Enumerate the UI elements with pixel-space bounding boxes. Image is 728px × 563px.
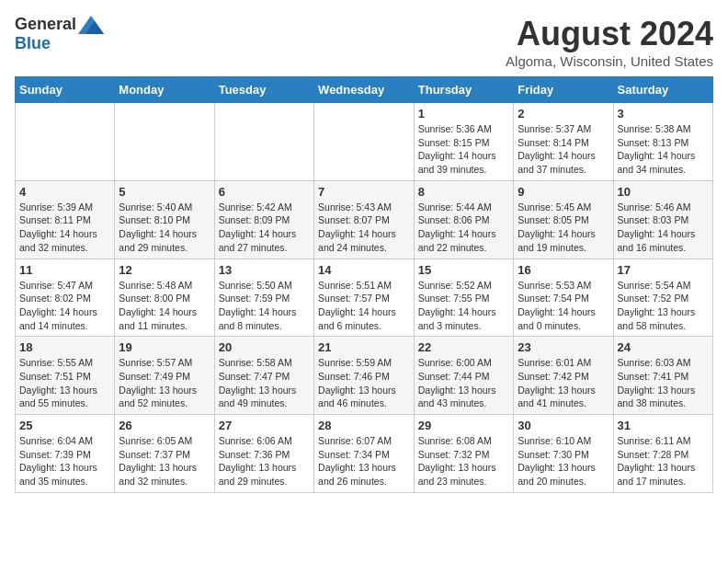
page-header: General Blue August 2024 Algoma, Wiscons… xyxy=(15,15,713,69)
day-info: Sunrise: 5:43 AM Sunset: 8:07 PM Dayligh… xyxy=(318,201,410,255)
calendar-cell: 21Sunrise: 5:59 AM Sunset: 7:46 PM Dayli… xyxy=(314,337,415,415)
day-info: Sunrise: 6:10 AM Sunset: 7:30 PM Dayligh… xyxy=(518,434,609,488)
day-number: 4 xyxy=(19,185,110,199)
day-info: Sunrise: 5:53 AM Sunset: 7:54 PM Dayligh… xyxy=(518,279,609,333)
day-info: Sunrise: 5:55 AM Sunset: 7:51 PM Dayligh… xyxy=(19,356,110,410)
day-number: 12 xyxy=(119,263,210,277)
day-info: Sunrise: 5:54 AM Sunset: 7:52 PM Dayligh… xyxy=(618,279,710,333)
calendar-cell: 23Sunrise: 6:01 AM Sunset: 7:42 PM Dayli… xyxy=(514,337,613,415)
calendar-cell: 3Sunrise: 5:38 AM Sunset: 8:13 PM Daylig… xyxy=(613,103,713,181)
calendar-header: SundayMondayTuesdayWednesdayThursdayFrid… xyxy=(16,77,713,103)
day-of-week-header: Wednesday xyxy=(314,77,415,103)
day-info: Sunrise: 5:59 AM Sunset: 7:46 PM Dayligh… xyxy=(318,356,410,410)
day-number: 27 xyxy=(219,419,310,432)
calendar-cell: 13Sunrise: 5:50 AM Sunset: 7:59 PM Dayli… xyxy=(214,259,313,337)
day-info: Sunrise: 5:51 AM Sunset: 7:57 PM Dayligh… xyxy=(318,279,410,333)
calendar-cell xyxy=(16,103,115,181)
day-number: 1 xyxy=(418,107,509,121)
day-info: Sunrise: 6:03 AM Sunset: 7:41 PM Dayligh… xyxy=(618,356,710,410)
day-number: 26 xyxy=(119,419,210,432)
calendar-cell: 16Sunrise: 5:53 AM Sunset: 7:54 PM Dayli… xyxy=(514,259,613,337)
day-info: Sunrise: 5:37 AM Sunset: 8:14 PM Dayligh… xyxy=(518,122,609,177)
calendar-cell: 19Sunrise: 5:57 AM Sunset: 7:49 PM Dayli… xyxy=(115,337,214,415)
logo: General Blue xyxy=(15,15,104,53)
day-info: Sunrise: 5:40 AM Sunset: 8:10 PM Dayligh… xyxy=(119,201,210,255)
title-section: August 2024 Algoma, Wisconsin, United St… xyxy=(506,15,713,69)
calendar-cell: 24Sunrise: 6:03 AM Sunset: 7:41 PM Dayli… xyxy=(613,337,713,415)
day-number: 7 xyxy=(318,185,410,199)
day-number: 10 xyxy=(618,185,710,199)
day-number: 21 xyxy=(318,340,410,354)
calendar-cell: 26Sunrise: 6:05 AM Sunset: 7:37 PM Dayli… xyxy=(115,415,214,493)
day-number: 18 xyxy=(19,340,110,354)
day-info: Sunrise: 6:04 AM Sunset: 7:39 PM Dayligh… xyxy=(19,434,110,488)
day-info: Sunrise: 5:38 AM Sunset: 8:13 PM Dayligh… xyxy=(618,122,710,177)
day-number: 25 xyxy=(19,419,110,432)
day-info: Sunrise: 5:46 AM Sunset: 8:03 PM Dayligh… xyxy=(618,201,710,255)
day-number: 29 xyxy=(418,419,509,432)
day-number: 23 xyxy=(518,340,609,354)
calendar-week-row: 4Sunrise: 5:39 AM Sunset: 8:11 PM Daylig… xyxy=(16,180,713,259)
day-info: Sunrise: 5:44 AM Sunset: 8:06 PM Dayligh… xyxy=(418,201,509,255)
month-title: August 2024 xyxy=(506,15,713,53)
day-info: Sunrise: 6:11 AM Sunset: 7:28 PM Dayligh… xyxy=(618,434,710,488)
calendar-cell: 1Sunrise: 5:36 AM Sunset: 8:15 PM Daylig… xyxy=(414,103,513,181)
logo-blue-text: Blue xyxy=(15,34,51,53)
calendar-cell: 9Sunrise: 5:45 AM Sunset: 8:05 PM Daylig… xyxy=(514,180,613,259)
calendar-cell: 6Sunrise: 5:42 AM Sunset: 8:09 PM Daylig… xyxy=(214,180,313,259)
calendar-cell: 20Sunrise: 5:58 AM Sunset: 7:47 PM Dayli… xyxy=(214,337,313,415)
day-number: 19 xyxy=(119,340,210,354)
calendar-cell: 4Sunrise: 5:39 AM Sunset: 8:11 PM Daylig… xyxy=(16,180,115,259)
day-info: Sunrise: 5:50 AM Sunset: 7:59 PM Dayligh… xyxy=(219,279,310,333)
calendar-week-row: 11Sunrise: 5:47 AM Sunset: 8:02 PM Dayli… xyxy=(16,259,713,337)
calendar-week-row: 18Sunrise: 5:55 AM Sunset: 7:51 PM Dayli… xyxy=(16,337,713,415)
calendar-cell: 18Sunrise: 5:55 AM Sunset: 7:51 PM Dayli… xyxy=(16,337,115,415)
calendar-cell: 17Sunrise: 5:54 AM Sunset: 7:52 PM Dayli… xyxy=(613,259,713,337)
calendar-cell: 10Sunrise: 5:46 AM Sunset: 8:03 PM Dayli… xyxy=(613,180,713,259)
calendar-cell xyxy=(214,103,313,181)
calendar-table: SundayMondayTuesdayWednesdayThursdayFrid… xyxy=(15,76,713,493)
day-number: 28 xyxy=(318,419,410,432)
calendar-cell: 25Sunrise: 6:04 AM Sunset: 7:39 PM Dayli… xyxy=(16,415,115,493)
day-number: 30 xyxy=(518,419,609,432)
calendar-week-row: 1Sunrise: 5:36 AM Sunset: 8:15 PM Daylig… xyxy=(16,103,713,181)
calendar-cell: 29Sunrise: 6:08 AM Sunset: 7:32 PM Dayli… xyxy=(414,415,513,493)
day-header-row: SundayMondayTuesdayWednesdayThursdayFrid… xyxy=(16,77,713,103)
calendar-cell: 2Sunrise: 5:37 AM Sunset: 8:14 PM Daylig… xyxy=(514,103,613,181)
day-number: 6 xyxy=(219,185,310,199)
day-number: 5 xyxy=(119,185,210,199)
calendar-cell: 5Sunrise: 5:40 AM Sunset: 8:10 PM Daylig… xyxy=(115,180,214,259)
calendar-cell: 31Sunrise: 6:11 AM Sunset: 7:28 PM Dayli… xyxy=(613,415,713,493)
day-of-week-header: Sunday xyxy=(16,77,115,103)
day-number: 22 xyxy=(418,340,509,354)
day-info: Sunrise: 6:01 AM Sunset: 7:42 PM Dayligh… xyxy=(518,356,609,410)
day-of-week-header: Saturday xyxy=(613,77,713,103)
day-number: 14 xyxy=(318,263,410,277)
calendar-cell: 27Sunrise: 6:06 AM Sunset: 7:36 PM Dayli… xyxy=(214,415,313,493)
calendar-cell: 30Sunrise: 6:10 AM Sunset: 7:30 PM Dayli… xyxy=(514,415,613,493)
calendar-cell: 28Sunrise: 6:07 AM Sunset: 7:34 PM Dayli… xyxy=(314,415,415,493)
day-info: Sunrise: 5:58 AM Sunset: 7:47 PM Dayligh… xyxy=(219,356,310,410)
day-info: Sunrise: 5:47 AM Sunset: 8:02 PM Dayligh… xyxy=(19,279,110,333)
calendar-cell: 12Sunrise: 5:48 AM Sunset: 8:00 PM Dayli… xyxy=(115,259,214,337)
day-number: 20 xyxy=(219,340,310,354)
day-info: Sunrise: 6:08 AM Sunset: 7:32 PM Dayligh… xyxy=(418,434,509,488)
day-number: 2 xyxy=(518,107,609,121)
day-number: 11 xyxy=(19,263,110,277)
day-number: 13 xyxy=(219,263,310,277)
day-info: Sunrise: 6:05 AM Sunset: 7:37 PM Dayligh… xyxy=(119,434,210,488)
calendar-body: 1Sunrise: 5:36 AM Sunset: 8:15 PM Daylig… xyxy=(16,103,713,493)
day-of-week-header: Monday xyxy=(115,77,214,103)
calendar-cell: 15Sunrise: 5:52 AM Sunset: 7:55 PM Dayli… xyxy=(414,259,513,337)
location-text: Algoma, Wisconsin, United States xyxy=(506,53,713,69)
day-info: Sunrise: 6:06 AM Sunset: 7:36 PM Dayligh… xyxy=(219,434,310,488)
day-of-week-header: Tuesday xyxy=(214,77,313,103)
day-info: Sunrise: 5:42 AM Sunset: 8:09 PM Dayligh… xyxy=(219,201,310,255)
day-info: Sunrise: 6:00 AM Sunset: 7:44 PM Dayligh… xyxy=(418,356,509,410)
calendar-cell xyxy=(115,103,214,181)
day-number: 15 xyxy=(418,263,509,277)
calendar-cell: 22Sunrise: 6:00 AM Sunset: 7:44 PM Dayli… xyxy=(414,337,513,415)
day-number: 9 xyxy=(518,185,609,199)
day-info: Sunrise: 5:45 AM Sunset: 8:05 PM Dayligh… xyxy=(518,201,609,255)
calendar-cell xyxy=(314,103,415,181)
